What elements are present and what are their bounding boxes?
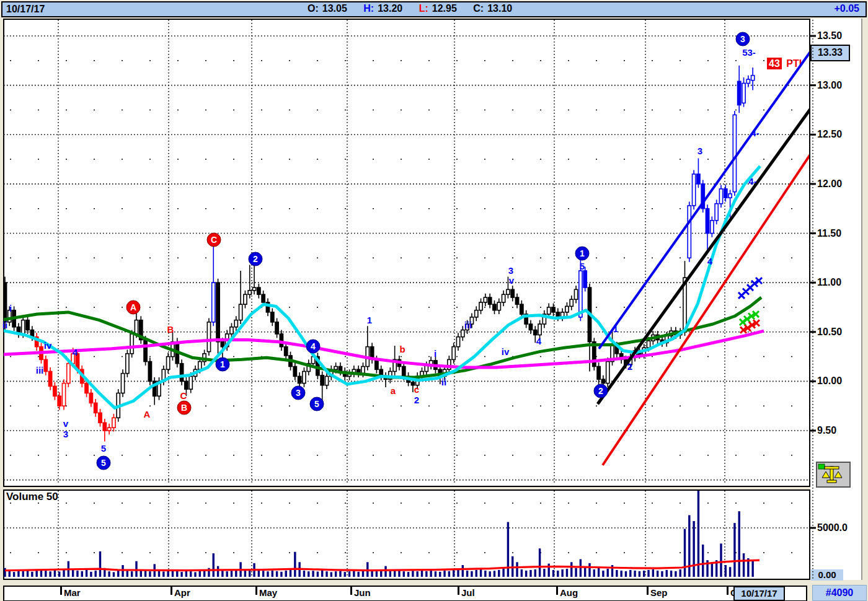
price-tick-label: 13.50: [817, 30, 842, 42]
price-chart-pane[interactable]: [3, 19, 810, 487]
month-tick: [170, 587, 172, 595]
axis-edge-divider: [861, 19, 862, 580]
price-tick-label: 12.00: [817, 178, 842, 190]
expert-advisor-icon[interactable]: [816, 462, 851, 488]
chart-number-badge: #4090: [812, 585, 867, 601]
month-label: Jun: [354, 587, 371, 598]
net-change-value: +0.05: [835, 3, 859, 14]
volume-pane[interactable]: [3, 489, 810, 580]
last-price-box: 13.33: [810, 45, 850, 61]
volume-study-label: Volume 50: [6, 491, 58, 503]
pti-label: PTI: [786, 58, 802, 69]
month-tick: [556, 587, 558, 595]
month-tick: [727, 587, 728, 595]
month-label: Jul: [461, 587, 475, 598]
month-label: Mar: [64, 587, 81, 598]
month-label: Sep: [650, 587, 668, 598]
month-tick: [647, 587, 649, 595]
price-tick-label: 10.50: [817, 327, 842, 338]
time-axis-bar: [3, 586, 807, 601]
low-value: 12.95: [432, 3, 457, 14]
month-tick: [458, 587, 459, 595]
price-tick-label: 13.00: [817, 80, 842, 91]
month-label: Apr: [174, 587, 190, 598]
month-tick: [350, 587, 352, 595]
quote-date: 10/17/17: [6, 4, 45, 15]
open-label: O:: [308, 3, 319, 14]
volume-tick-label: 5000.0: [817, 522, 848, 533]
month-tick: [255, 587, 257, 595]
month-label: Aug: [560, 587, 578, 598]
low-label: L:: [419, 3, 428, 14]
high-label: H:: [363, 3, 374, 14]
month-label: May: [259, 587, 277, 598]
quote-bar: 10/17/17 O:13.05 H:13.20 L:12.95 C:13.10…: [1, 1, 867, 17]
price-tick-label: 12.50: [817, 129, 842, 140]
high-value: 13.20: [378, 3, 402, 14]
close-label: C:: [473, 3, 484, 14]
month-tick: [60, 587, 62, 595]
price-axis-column: [810, 19, 861, 580]
price-tick-label: 11.50: [817, 228, 841, 239]
price-tick-label: 9.50: [817, 425, 836, 436]
price-tick-label: 11.00: [817, 277, 841, 288]
open-value: 13.05: [322, 3, 347, 14]
date-navigator-box[interactable]: 10/17/17: [733, 586, 785, 601]
close-value: 13.10: [487, 3, 512, 14]
ohlc-readout: O:13.05 H:13.20 L:12.95 C:13.10: [308, 3, 516, 14]
pti-value-badge: 43: [767, 58, 782, 69]
price-tick-label: 10.00: [817, 375, 842, 387]
volume-axis-zero-label: 0.00: [811, 569, 843, 581]
pti-indicator: 43 PTI: [767, 58, 802, 69]
scales-icon: [817, 463, 847, 484]
